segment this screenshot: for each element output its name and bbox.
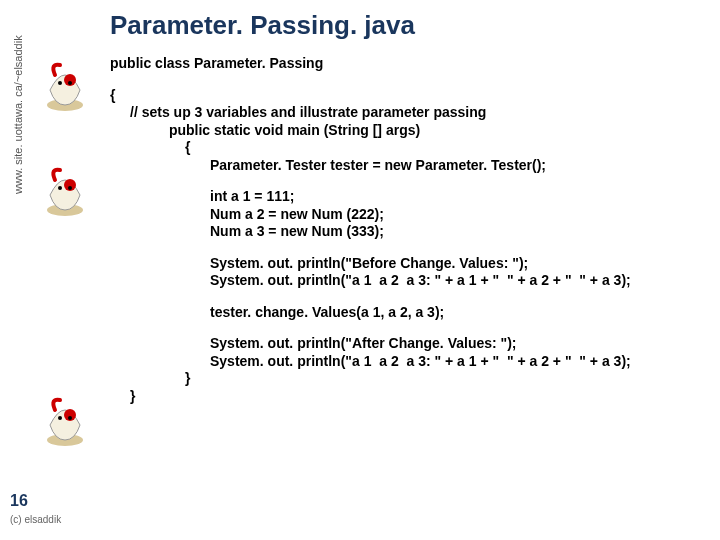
java-mascot-icon (40, 390, 90, 450)
svg-point-7 (68, 186, 72, 190)
code-line: int a 1 = 111; (110, 188, 710, 206)
code-line: System. out. println("After Change. Valu… (110, 335, 710, 353)
sidebar-url: www. site. uottawa. ca/~elsaddik (12, 35, 24, 194)
code-line: { (110, 87, 710, 105)
code-line: System. out. println("a 1 a 2 a 3: " + a… (110, 353, 710, 371)
java-mascot-icon (40, 160, 90, 220)
code-line: System. out. println("Before Change. Val… (110, 255, 710, 273)
slide-title: Parameter. Passing. java (110, 10, 415, 41)
code-line: public static void main (String [] args) (110, 122, 710, 140)
copyright-text: (c) elsaddik (10, 514, 61, 525)
code-line: Num a 2 = new Num (222); (110, 206, 710, 224)
java-mascot-icon (40, 55, 90, 115)
svg-point-6 (58, 186, 62, 190)
svg-point-10 (58, 416, 62, 420)
code-line: public class Parameter. Passing (110, 55, 710, 73)
page-number: 16 (10, 492, 28, 510)
code-line: { (110, 139, 710, 157)
code-line: } (110, 370, 710, 388)
code-line: tester. change. Values(a 1, a 2, a 3); (110, 304, 710, 322)
svg-point-3 (68, 81, 72, 85)
code-line: } (110, 388, 710, 406)
svg-point-11 (68, 416, 72, 420)
code-line: Num a 3 = new Num (333); (110, 223, 710, 241)
code-line: Parameter. Tester tester = new Parameter… (110, 157, 710, 175)
code-line: // sets up 3 variables and illustrate pa… (110, 104, 710, 122)
code-line: System. out. println("a 1 a 2 a 3: " + a… (110, 272, 710, 290)
code-block: public class Parameter. Passing { // set… (110, 55, 710, 405)
svg-point-2 (58, 81, 62, 85)
